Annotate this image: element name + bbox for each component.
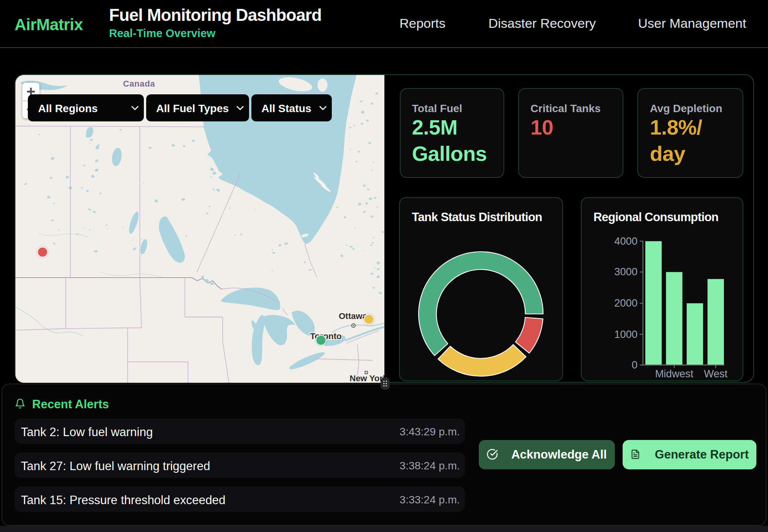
svg-text:New York: New York: [349, 373, 384, 382]
svg-text:West: West: [704, 368, 728, 380]
svg-text:Ottawa: Ottawa: [338, 311, 367, 321]
svg-text:Midwest: Midwest: [655, 368, 694, 380]
svg-text:1000: 1000: [614, 329, 638, 340]
svg-text:Canada: Canada: [123, 78, 155, 88]
svg-text:3000: 3000: [614, 266, 638, 278]
svg-text:0: 0: [632, 359, 638, 371]
svg-text:2000: 2000: [614, 297, 638, 309]
svg-text:4000: 4000: [614, 235, 638, 247]
